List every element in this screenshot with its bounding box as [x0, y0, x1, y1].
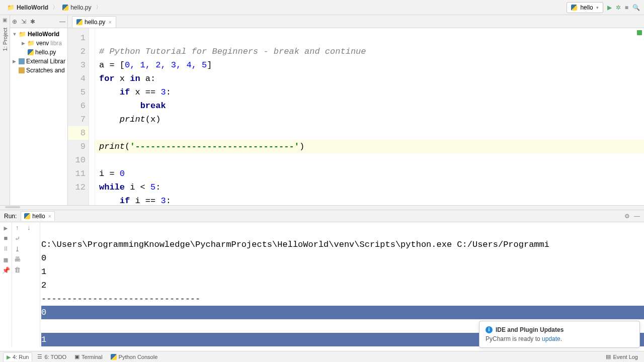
library-icon — [19, 58, 25, 64]
editor: hello.py × 1 2 3 4 5 6 7 8 9 10 11 12 # … — [68, 15, 644, 205]
settings-icon[interactable]: ⚙ — [624, 213, 630, 220]
run-panel-label: Run: — [4, 213, 17, 220]
update-link[interactable]: update — [542, 335, 560, 342]
chevron-right-icon[interactable]: ▶ — [12, 59, 17, 64]
inspection-ok-icon[interactable] — [637, 30, 642, 35]
tree-scratches-label: Scratches and — [26, 67, 65, 74]
run-config-name: hello — [580, 4, 593, 11]
hide-icon[interactable]: — — [634, 213, 640, 220]
breadcrumb-file-label: hello.py — [70, 4, 91, 11]
status-terminal-tab[interactable]: ▣ Terminal — [71, 352, 106, 361]
hide-icon[interactable]: — — [59, 18, 65, 25]
layout-button[interactable]: ▦ — [2, 256, 10, 263]
horizontal-splitter[interactable] — [0, 205, 644, 210]
folder-icon: 📁 — [7, 4, 15, 11]
status-bar: ▶ 4: Run ☰ 6: TODO ▣ Terminal Python Con… — [0, 351, 644, 362]
debug-button[interactable]: ✲ — [616, 4, 621, 11]
tree-file-label: hello.py — [35, 49, 56, 56]
stop-button[interactable]: ■ — [2, 235, 10, 242]
python-icon — [62, 5, 68, 11]
fold-column[interactable] — [89, 28, 95, 205]
close-icon[interactable]: × — [48, 214, 51, 219]
pause-button[interactable]: ⏸ — [2, 245, 10, 253]
wrap-icon[interactable]: ⤶ — [14, 235, 21, 242]
python-icon — [28, 49, 34, 55]
run-panel-header: Run: hello × ⚙ — — [0, 210, 644, 222]
editor-tab-label: hello.py — [85, 19, 105, 26]
scratch-icon — [19, 67, 25, 73]
stop-button[interactable]: ■ — [625, 4, 628, 11]
settings-icon[interactable]: ✱ — [30, 18, 35, 25]
pin-button[interactable]: 📌 — [2, 266, 10, 274]
python-icon — [571, 5, 577, 11]
run-button[interactable]: ▶ — [607, 4, 612, 11]
status-run-tab[interactable]: ▶ 4: Run — [3, 352, 32, 361]
tree-toolbar: ⊕ ⇲ ✱ — — [10, 15, 67, 28]
tree-external[interactable]: ▶ External Librar — [10, 57, 67, 66]
breadcrumb-project-label: HelloWorld — [17, 4, 48, 11]
editor-gutter: 1 2 3 4 5 6 7 8 9 10 11 12 — [68, 28, 89, 205]
scroll-icon[interactable]: ⤓ — [14, 245, 21, 253]
code-area[interactable]: # Python Tutorial for Beginners - break … — [95, 28, 644, 205]
python-icon — [76, 19, 83, 25]
project-tree: ⊕ ⇲ ✱ — ▼ 📁 HelloWorld ▶ 📁 venv libra he… — [10, 15, 68, 205]
chevron-down-icon: ▾ — [596, 5, 599, 10]
run-tab[interactable]: hello × — [21, 211, 54, 221]
terminal-icon: ▣ — [74, 353, 79, 360]
breadcrumb-file[interactable]: hello.py — [59, 3, 94, 12]
tree-venv[interactable]: ▶ 📁 venv libra — [10, 39, 67, 48]
breadcrumb-bar: 📁 HelloWorld 〉 hello.py 〉 hello ▾ ▶ ✲ ■ … — [0, 0, 644, 15]
status-todo-tab[interactable]: ☰ 6: TODO — [34, 352, 69, 361]
status-python-console-tab[interactable]: Python Console — [108, 353, 161, 361]
tree-external-label: External Librar — [26, 58, 65, 65]
notification-title: IDE and Plugin Updates — [496, 326, 564, 333]
search-button[interactable]: 🔍 — [632, 4, 640, 11]
folder-icon: 📁 — [27, 40, 35, 47]
chevron-right-icon: 〉 — [52, 3, 58, 12]
tree-venv-suffix: libra — [50, 40, 62, 47]
run-tools-secondary: ↑ ↓ ⤶ ⤓ 🖶 🗑 — [12, 222, 40, 347]
tree-file[interactable]: hello.py — [10, 48, 67, 57]
run-tab-label: hello — [32, 213, 45, 220]
target-icon[interactable]: ⊕ — [12, 18, 17, 25]
tree-scratches[interactable]: Scratches and — [10, 66, 67, 75]
tree-root[interactable]: ▼ 📁 HelloWorld — [10, 30, 67, 39]
chevron-right-icon: 〉 — [96, 3, 102, 12]
up-icon[interactable]: ↑ — [14, 224, 21, 232]
run-config-selector[interactable]: hello ▾ — [567, 2, 603, 13]
left-tool-strip: ▣ 1: Project — [0, 15, 10, 205]
status-event-log[interactable]: ▤ Event Log — [603, 352, 641, 361]
info-icon: i — [486, 326, 493, 333]
run-tools-primary: ▶ ■ ⏸ ▦ 📌 — [0, 222, 12, 347]
breadcrumb-project[interactable]: 📁 HelloWorld — [4, 3, 51, 12]
close-icon[interactable]: × — [108, 19, 111, 25]
chevron-right-icon[interactable]: ▶ — [21, 41, 26, 46]
event-log-icon: ▤ — [606, 353, 611, 360]
python-icon — [24, 213, 30, 219]
run-icon: ▶ — [7, 354, 11, 360]
todo-icon: ☰ — [37, 353, 42, 360]
tree-venv-label: venv — [36, 40, 49, 47]
print-icon[interactable]: 🖶 — [14, 256, 21, 263]
delete-icon[interactable]: 🗑 — [14, 266, 21, 274]
collapse-all-icon[interactable]: ⇲ — [21, 18, 26, 25]
tree-root-label: HelloWorld — [28, 31, 59, 38]
down-icon[interactable]: ↓ — [25, 224, 33, 232]
project-tool-tab[interactable]: 1: Project — [2, 28, 8, 51]
notification-popup: i IDE and Plugin Updates PyCharm is read… — [479, 321, 640, 348]
editor-tab[interactable]: hello.py × — [72, 16, 116, 28]
collapse-icon[interactable]: ▣ — [3, 17, 7, 23]
folder-icon: 📁 — [19, 31, 26, 38]
python-icon — [111, 354, 117, 360]
rerun-button[interactable]: ▶ — [2, 224, 10, 232]
chevron-down-icon[interactable]: ▼ — [12, 32, 17, 37]
notification-body: PyCharm is ready to — [486, 335, 542, 342]
